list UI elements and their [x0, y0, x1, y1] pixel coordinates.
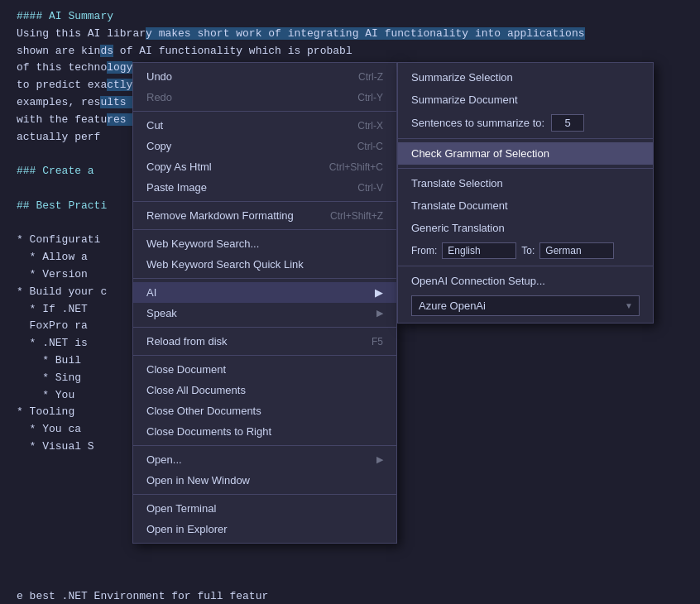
open-arrow-icon: ▶ — [376, 454, 383, 465]
close-all-label: Close All Documents — [146, 384, 383, 396]
submenu-check-grammar[interactable]: Check Grammar of Selection — [398, 142, 653, 165]
submenu-openai-setup[interactable]: OpenAI Connection Setup... — [398, 270, 653, 292]
separator-5 — [133, 327, 396, 328]
menu-item-web-keyword[interactable]: Web Keyword Search... — [133, 233, 396, 254]
speak-arrow-icon: ▶ — [376, 308, 383, 319]
menu-item-open-explorer[interactable]: Open in Explorer — [133, 519, 396, 539]
editor-line-3: shown are kinds of AI functionality whic… — [17, 43, 683, 60]
separator-1 — [133, 111, 396, 112]
open-terminal-label: Open Terminal — [146, 502, 383, 515]
menu-item-reload[interactable]: Reload from disk F5 — [133, 331, 396, 352]
menu-item-ai[interactable]: AI ▶ — [133, 282, 396, 303]
menu-item-close-other[interactable]: Close Other Documents — [133, 400, 396, 421]
redo-shortcut: Ctrl-Y — [357, 92, 383, 103]
editor-line-27: e best .NET Environment for full featur — [17, 588, 683, 604]
sentences-label: Sentences to summarize to: — [411, 117, 544, 129]
openai-select-row: Azure OpenAi — [398, 292, 653, 319]
to-label: To: — [521, 245, 535, 256]
submenu-summarize-selection[interactable]: Summarize Selection — [398, 66, 653, 89]
paste-image-shortcut: Ctrl-V — [357, 182, 383, 194]
submenu-translate-selection[interactable]: Translate Selection — [398, 172, 653, 194]
separator-8 — [133, 494, 396, 495]
menu-item-undo[interactable]: Undo Ctrl-Z — [133, 66, 396, 87]
menu-item-close-all[interactable]: Close All Documents — [133, 380, 396, 400]
cut-shortcut: Ctrl-X — [357, 120, 383, 132]
redo-label: Redo — [146, 91, 333, 103]
separator-3 — [133, 229, 396, 230]
openai-setup-label: OpenAI Connection Setup... — [411, 275, 545, 287]
separator-6 — [133, 355, 396, 356]
menu-item-remove-markdown[interactable]: Remove Markdown Formatting Ctrl+Shift+Z — [133, 205, 396, 226]
ai-submenu: Summarize Selection Summarize Document S… — [397, 62, 654, 324]
remove-markdown-shortcut: Ctrl+Shift+Z — [330, 210, 383, 222]
menu-item-speak[interactable]: Speak ▶ — [133, 303, 396, 324]
copy-shortcut: Ctrl-C — [357, 141, 383, 152]
speak-label: Speak — [146, 307, 376, 319]
generic-translation-label: Generic Translation — [411, 222, 505, 234]
context-menu: Undo Ctrl-Z Redo Ctrl-Y Cut Ctrl-X Copy … — [132, 62, 397, 544]
menu-item-copy[interactable]: Copy Ctrl-C — [133, 136, 396, 156]
ai-arrow-icon: ▶ — [375, 286, 383, 299]
separator-4 — [133, 278, 396, 279]
web-keyword-label: Web Keyword Search... — [146, 237, 383, 250]
close-right-label: Close Documents to Right — [146, 425, 383, 438]
from-input[interactable] — [442, 242, 516, 259]
copy-as-html-label: Copy As Html — [146, 161, 304, 173]
submenu-generic-translation[interactable]: Generic Translation — [398, 217, 653, 239]
copy-as-html-shortcut: Ctrl+Shift+C — [329, 161, 383, 173]
to-input[interactable] — [539, 242, 614, 259]
submenu-translate-document[interactable]: Translate Document — [398, 194, 653, 217]
undo-label: Undo — [146, 70, 333, 83]
menu-item-open-new-window[interactable]: Open in New Window — [133, 470, 396, 491]
separator-2 — [133, 201, 396, 202]
separator-7 — [133, 445, 396, 446]
menu-item-close-doc[interactable]: Close Document — [133, 359, 396, 380]
menu-item-copy-as-html[interactable]: Copy As Html Ctrl+Shift+C — [133, 156, 396, 177]
openai-select-wrapper[interactable]: Azure OpenAi — [411, 295, 640, 316]
copy-label: Copy — [146, 140, 333, 152]
sentences-row: Sentences to summarize to: — [398, 111, 653, 135]
check-grammar-label: Check Grammar of Selection — [411, 147, 549, 160]
translate-selection-label: Translate Selection — [411, 177, 503, 189]
open-explorer-label: Open in Explorer — [146, 523, 383, 535]
editor-line-1: #### AI Summary — [17, 8, 683, 26]
sentences-input[interactable] — [551, 114, 584, 132]
cut-label: Cut — [146, 119, 333, 132]
open-new-window-label: Open in New Window — [146, 474, 383, 487]
from-label: From: — [411, 245, 437, 256]
remove-markdown-label: Remove Markdown Formatting — [146, 209, 305, 222]
menu-item-open[interactable]: Open... ▶ — [133, 449, 396, 470]
openai-select[interactable]: Azure OpenAi — [411, 295, 640, 316]
web-quick-label: Web Keyword Search Quick Link — [146, 258, 383, 271]
menu-item-paste-image[interactable]: Paste Image Ctrl-V — [133, 177, 396, 198]
summarize-selection-label: Summarize Selection — [411, 71, 513, 84]
open-label: Open... — [146, 453, 376, 466]
translate-document-label: Translate Document — [411, 199, 508, 212]
menu-item-open-terminal[interactable]: Open Terminal — [133, 498, 396, 519]
translate-from-row: From: To: — [398, 239, 653, 262]
submenu-separator-2 — [398, 168, 653, 169]
summarize-document-label: Summarize Document — [411, 93, 518, 106]
menu-item-cut[interactable]: Cut Ctrl-X — [133, 115, 396, 136]
reload-label: Reload from disk — [146, 335, 347, 348]
close-other-label: Close Other Documents — [146, 405, 383, 417]
close-doc-label: Close Document — [146, 363, 383, 376]
menu-item-web-quick[interactable]: Web Keyword Search Quick Link — [133, 254, 396, 275]
undo-shortcut: Ctrl-Z — [358, 71, 383, 83]
ai-label: AI — [146, 286, 375, 299]
menu-item-close-right[interactable]: Close Documents to Right — [133, 421, 396, 442]
submenu-separator-3 — [398, 266, 653, 266]
reload-shortcut: F5 — [372, 336, 383, 348]
editor-line-2: Using this AI library makes short work o… — [17, 26, 683, 43]
paste-image-label: Paste Image — [146, 181, 333, 194]
submenu-separator-1 — [398, 138, 653, 139]
menu-item-redo[interactable]: Redo Ctrl-Y — [133, 87, 396, 108]
submenu-summarize-document[interactable]: Summarize Document — [398, 89, 653, 111]
